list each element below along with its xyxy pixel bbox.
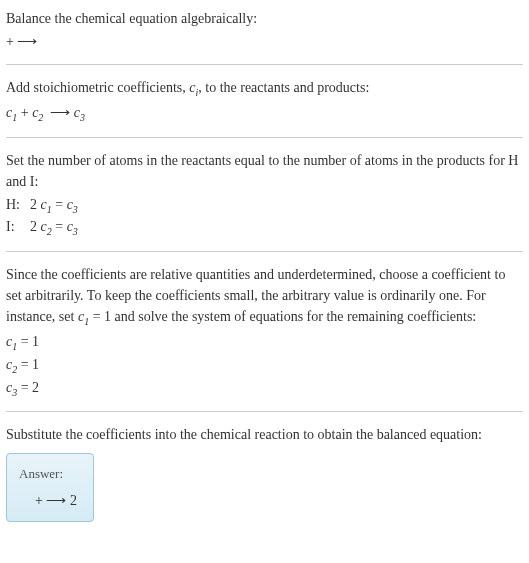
answer-suffix: 2 bbox=[66, 493, 77, 508]
coef-item: c1 = 1 bbox=[6, 331, 523, 354]
arrow-icon: ⟶ bbox=[46, 493, 66, 508]
atom-row: I: 2 c2 = c3 bbox=[6, 216, 84, 239]
atoms-equations: H: 2 c1 = c3 I: 2 c2 = c3 bbox=[6, 194, 84, 240]
substitute-line1: Substitute the coefficients into the che… bbox=[6, 424, 523, 445]
coef-list: c1 = 1 c2 = 1 c3 = 2 bbox=[6, 331, 523, 399]
stoich-text-b: , to the reactants and products: bbox=[198, 80, 369, 95]
divider bbox=[6, 137, 523, 138]
atoms-line1: Set the number of atoms in the reactants… bbox=[6, 150, 523, 192]
coef-val: = 1 bbox=[17, 334, 39, 349]
answer-label: Answer: bbox=[19, 464, 77, 484]
coef-item: c2 = 1 bbox=[6, 354, 523, 377]
c3-sub: 3 bbox=[80, 112, 85, 123]
stoich-eq: c1 + c2 ⟶ c3 bbox=[6, 102, 523, 125]
atom-label: H: bbox=[6, 194, 30, 217]
atom-eq-sign: = bbox=[52, 197, 67, 212]
atom-eq-sign: = bbox=[52, 219, 67, 234]
stoich-line1: Add stoichiometric coefficients, ci, to … bbox=[6, 77, 523, 100]
atom-rhs-sub: 3 bbox=[73, 203, 78, 214]
stoich-text-a: Add stoichiometric coefficients, bbox=[6, 80, 189, 95]
arrow-icon: ⟶ bbox=[17, 34, 37, 49]
section-substitute: Substitute the coefficients into the che… bbox=[6, 424, 523, 445]
section-atoms: Set the number of atoms in the reactants… bbox=[6, 150, 523, 240]
stoich-plus: + bbox=[17, 105, 32, 120]
divider bbox=[6, 251, 523, 252]
solve-text-b: = 1 and solve the system of equations fo… bbox=[89, 309, 476, 324]
intro-plus: + bbox=[6, 34, 17, 49]
coef-item: c3 = 2 bbox=[6, 377, 523, 400]
atom-label: I: bbox=[6, 216, 30, 239]
atom-row: H: 2 c1 = c3 bbox=[6, 194, 84, 217]
answer-plus: + bbox=[35, 493, 46, 508]
atom-eq: 2 c2 = c3 bbox=[30, 216, 84, 239]
section-solve: Since the coefficients are relative quan… bbox=[6, 264, 523, 399]
coef-val: = 1 bbox=[17, 357, 39, 372]
section-stoichiometric: Add stoichiometric coefficients, ci, to … bbox=[6, 77, 523, 125]
atom-rhs-sub: 3 bbox=[73, 226, 78, 237]
c2-sub: 2 bbox=[38, 112, 43, 123]
coef-val: = 2 bbox=[17, 380, 39, 395]
arrow-icon: ⟶ bbox=[50, 105, 70, 120]
solve-line1: Since the coefficients are relative quan… bbox=[6, 264, 523, 329]
intro-eq: + ⟶ bbox=[6, 31, 523, 52]
answer-equation: + ⟶ 2 bbox=[19, 490, 77, 511]
atom-lhs-coef: 2 bbox=[30, 197, 41, 212]
answer-box: Answer: + ⟶ 2 bbox=[6, 453, 94, 522]
intro-line1: Balance the chemical equation algebraica… bbox=[6, 8, 523, 29]
section-balance-intro: Balance the chemical equation algebraica… bbox=[6, 8, 523, 52]
divider bbox=[6, 411, 523, 412]
divider bbox=[6, 64, 523, 65]
atom-lhs-coef: 2 bbox=[30, 219, 41, 234]
atom-eq: 2 c1 = c3 bbox=[30, 194, 84, 217]
